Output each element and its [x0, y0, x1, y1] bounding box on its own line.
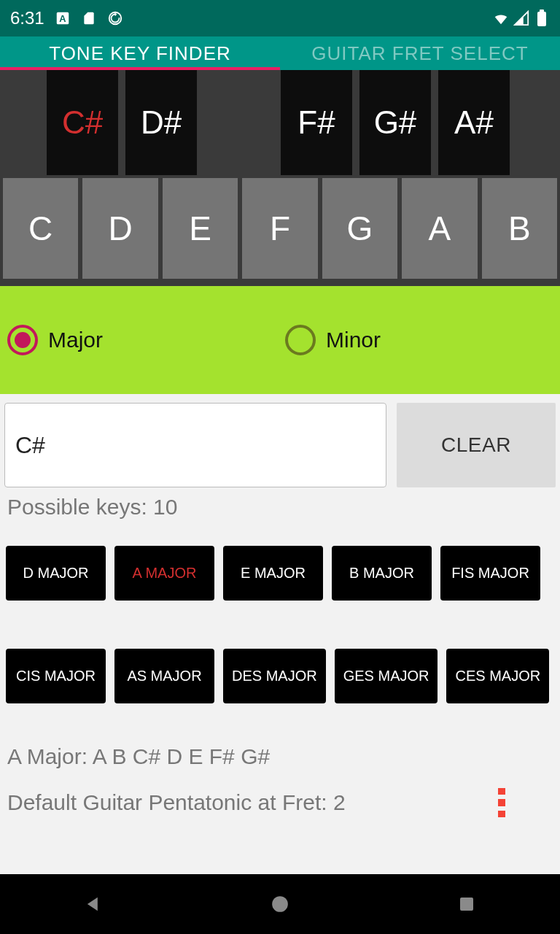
key-chip[interactable]: D MAJOR: [6, 546, 106, 601]
black-keys-row: C# D# F# G# A#: [0, 70, 560, 175]
black-key-f-sharp[interactable]: F#: [281, 70, 352, 175]
key-chip[interactable]: E MAJOR: [223, 546, 323, 601]
svg-rect-3: [537, 12, 546, 26]
battery-icon: [534, 10, 550, 26]
white-key-d[interactable]: D: [82, 178, 158, 279]
clock-text: 6:31: [10, 8, 44, 28]
nav-home-icon[interactable]: [265, 889, 295, 919]
radio-major[interactable]: Major: [7, 325, 103, 355]
white-key-f[interactable]: F: [242, 178, 317, 279]
note-input[interactable]: C#: [4, 403, 386, 487]
piano-keyboard: C# D# F# G# A# C D E F G A B: [0, 70, 560, 286]
radio-minor-label: Minor: [326, 328, 381, 352]
pentatonic-row: Default Guitar Pentatonic at Fret: 2: [0, 772, 560, 817]
input-row: C# CLEAR: [0, 394, 560, 493]
svg-rect-6: [460, 898, 473, 911]
white-key-g[interactable]: G: [322, 178, 397, 279]
sd-card-icon: [81, 10, 97, 26]
nav-recent-icon[interactable]: [452, 889, 481, 919]
key-chip[interactable]: FIS MAJOR: [440, 546, 540, 601]
key-chip-grid: D MAJOR A MAJOR E MAJOR B MAJOR FIS MAJO…: [0, 531, 560, 703]
status-bar: 6:31 A: [0, 0, 560, 36]
svg-text:A: A: [59, 13, 66, 24]
nav-bar: [0, 874, 560, 934]
black-key-g-sharp[interactable]: G#: [359, 70, 431, 175]
tab-bar: TONE KEY FINDER GUITAR FRET SELECT: [0, 36, 560, 70]
keyboard-icon: A: [55, 10, 71, 26]
possible-keys-label: Possible keys: 10: [0, 493, 560, 531]
key-chip[interactable]: GES MAJOR: [335, 649, 438, 703]
radio-minor[interactable]: Minor: [285, 325, 381, 355]
radio-major-label: Major: [48, 328, 103, 352]
white-key-c[interactable]: C: [3, 178, 78, 279]
key-chip[interactable]: CIS MAJOR: [6, 649, 106, 703]
key-chip[interactable]: AS MAJOR: [114, 649, 214, 703]
svg-rect-4: [540, 9, 544, 12]
white-key-e[interactable]: E: [163, 178, 238, 279]
black-key-a-sharp[interactable]: A#: [438, 70, 510, 175]
key-chip[interactable]: B MAJOR: [332, 546, 432, 601]
white-key-a[interactable]: A: [402, 178, 477, 279]
tab-tone-key-finder[interactable]: TONE KEY FINDER: [0, 36, 280, 70]
mode-selector: Major Minor: [0, 286, 560, 394]
status-right: [493, 10, 550, 26]
radio-major-circle: [7, 325, 38, 355]
sync-icon: [107, 10, 123, 26]
key-chip[interactable]: A MAJOR: [114, 546, 214, 601]
nav-back-icon[interactable]: [79, 889, 108, 919]
more-options-icon[interactable]: [487, 788, 516, 817]
wifi-icon: [493, 10, 509, 26]
white-key-b[interactable]: B: [482, 178, 557, 279]
svg-point-5: [272, 896, 288, 912]
white-keys-row: C D E F G A B: [0, 175, 560, 282]
black-key-d-sharp[interactable]: D#: [125, 70, 197, 175]
clear-button[interactable]: CLEAR: [397, 403, 556, 487]
radio-minor-circle: [285, 325, 316, 355]
tab-guitar-fret-select[interactable]: GUITAR FRET SELECT: [280, 36, 560, 70]
key-chip[interactable]: CES MAJOR: [446, 649, 549, 703]
scale-notes-label: A Major: A B C# D E F# G#: [0, 703, 560, 772]
black-key-c-sharp[interactable]: C#: [47, 70, 118, 175]
signal-icon: [513, 10, 529, 26]
pentatonic-label: Default Guitar Pentatonic at Fret: 2: [7, 790, 346, 815]
key-chip[interactable]: DES MAJOR: [223, 649, 326, 703]
status-left: 6:31 A: [10, 8, 123, 28]
